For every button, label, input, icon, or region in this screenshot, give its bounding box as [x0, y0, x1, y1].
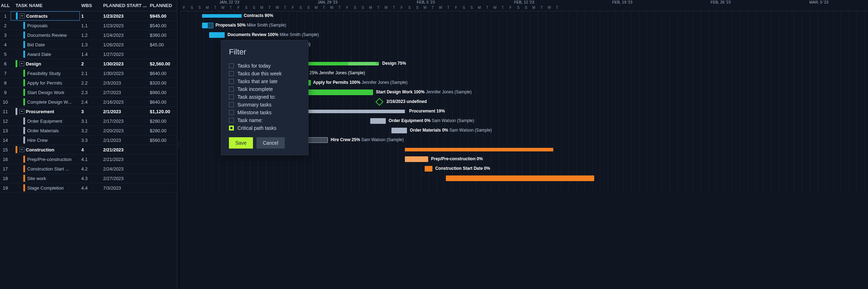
- header-planned[interactable]: PLANNED: [148, 3, 173, 8]
- checkbox[interactable]: [229, 87, 234, 92]
- header-all[interactable]: ALL: [0, 3, 11, 8]
- cell-task-name[interactable]: Feasibility Study: [11, 69, 80, 78]
- cell-start-date[interactable]: 2/27/2023: [102, 176, 148, 181]
- cell-start-date[interactable]: 1/26/2023: [102, 42, 148, 47]
- summary-bar[interactable]: [202, 14, 242, 18]
- cancel-button[interactable]: Cancel: [256, 137, 285, 149]
- task-bar[interactable]: [307, 89, 373, 95]
- cell-wbs[interactable]: 4.4: [80, 185, 102, 191]
- cell-cost[interactable]: $360.00: [148, 33, 173, 38]
- cell-start-date[interactable]: 2/24/2023: [102, 166, 148, 172]
- checkbox[interactable]: [229, 63, 234, 68]
- filter-option[interactable]: Task incomplete: [229, 86, 300, 92]
- cell-start-date[interactable]: 2/20/2023: [102, 128, 148, 133]
- cell-cost[interactable]: $2,560.00: [148, 61, 173, 67]
- table-row[interactable]: 13Order Materials3.22/20/2023$280.00: [0, 126, 177, 135]
- cell-task-name[interactable]: Hire Crew: [11, 135, 80, 145]
- cell-task-name[interactable]: Complete Design W...: [11, 97, 80, 106]
- cell-start-date[interactable]: 1/24/2023: [102, 33, 148, 38]
- cell-cost[interactable]: $1,120.00: [148, 109, 173, 114]
- table-row[interactable]: 11−Procurement32/1/2023$1,120.00: [0, 107, 177, 116]
- table-row[interactable]: 10Complete Design W...2.42/16/2023$640.0…: [0, 97, 177, 107]
- collapse-icon[interactable]: −: [19, 109, 24, 114]
- cell-cost[interactable]: $540.00: [148, 23, 173, 28]
- cell-start-date[interactable]: 1/23/2023: [102, 23, 148, 28]
- cell-task-name[interactable]: −Contracts: [11, 11, 80, 21]
- cell-wbs[interactable]: 2: [80, 61, 102, 67]
- cell-wbs[interactable]: 1.3: [80, 42, 102, 47]
- table-row[interactable]: 4Bid Date1.31/26/2023$45.00: [0, 40, 177, 50]
- table-row[interactable]: 7Feasibility Study2.11/30/2023$640.00: [0, 69, 177, 78]
- summary-bar[interactable]: [405, 148, 553, 151]
- cell-start-date[interactable]: 7/3/2023: [102, 185, 148, 191]
- milestone-marker[interactable]: [376, 98, 384, 106]
- cell-wbs[interactable]: 3.1: [80, 119, 102, 124]
- table-row[interactable]: 19Stage Completion4.47/3/2023: [0, 183, 177, 193]
- table-row[interactable]: 16Prep/Pre-construction4.12/21/2023: [0, 155, 177, 164]
- task-bar[interactable]: [202, 23, 213, 28]
- cell-task-name[interactable]: Prep/Pre-construction: [11, 155, 80, 164]
- cell-wbs[interactable]: 3: [80, 109, 102, 114]
- cell-wbs[interactable]: 1.1: [80, 23, 102, 28]
- filter-option[interactable]: Task assigned to:: [229, 94, 300, 100]
- cell-cost[interactable]: $560.00: [148, 138, 173, 143]
- filter-option[interactable]: Milestone tasks: [229, 110, 300, 115]
- table-row[interactable]: 6−Design21/30/2023$2,560.00: [0, 59, 177, 69]
- collapse-icon[interactable]: −: [19, 147, 24, 152]
- table-row[interactable]: 12Order Equipment3.12/17/2023$280.00: [0, 116, 177, 126]
- cell-cost[interactable]: $640.00: [148, 71, 173, 76]
- checkbox[interactable]: [229, 102, 234, 107]
- cell-start-date[interactable]: 2/21/2023: [102, 157, 148, 162]
- cell-task-name[interactable]: Proposals: [11, 21, 80, 30]
- table-row[interactable]: 14Hire Crew3.32/1/2023$560.00: [0, 135, 177, 145]
- table-row[interactable]: 5Award Date1.41/27/2023: [0, 50, 177, 59]
- filter-option[interactable]: Tasks that are late: [229, 79, 300, 84]
- cell-wbs[interactable]: 1.2: [80, 33, 102, 38]
- save-button[interactable]: Save: [229, 137, 253, 149]
- table-row[interactable]: 3Documents Review1.21/24/2023$360.00: [0, 30, 177, 40]
- cell-start-date[interactable]: 2/1/2023: [102, 109, 148, 114]
- task-bar[interactable]: [370, 118, 386, 124]
- task-bar[interactable]: [446, 175, 594, 181]
- cell-wbs[interactable]: 1.4: [80, 52, 102, 57]
- cell-start-date[interactable]: 1/27/2023: [102, 52, 148, 57]
- cell-task-name[interactable]: Construction Start ...: [11, 164, 80, 173]
- cell-task-name[interactable]: Site work: [11, 174, 80, 183]
- cell-wbs[interactable]: 3.3: [80, 138, 102, 143]
- cell-wbs[interactable]: 2.4: [80, 99, 102, 105]
- cell-cost[interactable]: $320.00: [148, 80, 173, 86]
- cell-cost[interactable]: $640.00: [148, 99, 173, 105]
- cell-wbs[interactable]: 4.3: [80, 176, 102, 181]
- cell-start-date[interactable]: 1/30/2023: [102, 71, 148, 76]
- table-row[interactable]: 15−Construction42/21/2023: [0, 145, 177, 155]
- cell-task-name[interactable]: −Construction: [11, 145, 80, 154]
- filter-option[interactable]: Tasks due this week: [229, 71, 300, 76]
- cell-task-name[interactable]: −Design: [11, 59, 80, 68]
- cell-start-date[interactable]: 1/23/2023: [102, 13, 148, 19]
- cell-wbs[interactable]: 4: [80, 147, 102, 152]
- cell-cost[interactable]: $280.00: [148, 128, 173, 133]
- cell-wbs[interactable]: 2.3: [80, 90, 102, 95]
- table-row[interactable]: 2Proposals1.11/23/2023$540.00: [0, 21, 177, 30]
- cell-start-date[interactable]: 2/21/2023: [102, 147, 148, 152]
- filter-option[interactable]: Critical path tasks: [229, 125, 300, 131]
- filter-option[interactable]: Tasks for today: [229, 63, 300, 69]
- cell-cost[interactable]: $45.00: [148, 42, 173, 47]
- header-planned-start[interactable]: PLANNED START ...: [102, 3, 148, 8]
- cell-start-date[interactable]: 2/3/2023: [102, 80, 148, 86]
- cell-start-date[interactable]: 2/7/2023: [102, 90, 148, 95]
- cell-task-name[interactable]: Bid Date: [11, 40, 80, 49]
- checkbox[interactable]: [229, 118, 234, 123]
- table-row[interactable]: 9Start Design Work2.32/7/2023$960.00: [0, 88, 177, 97]
- cell-wbs[interactable]: 4.1: [80, 157, 102, 162]
- cell-start-date[interactable]: 1/30/2023: [102, 61, 148, 67]
- cell-wbs[interactable]: 3.2: [80, 128, 102, 133]
- cell-task-name[interactable]: Documents Review: [11, 30, 80, 40]
- cell-wbs[interactable]: 2.2: [80, 80, 102, 86]
- splitter[interactable]: [177, 0, 180, 289]
- table-row[interactable]: 17Construction Start ...4.22/24/2023: [0, 164, 177, 174]
- checkbox[interactable]: [229, 79, 234, 84]
- cell-task-name[interactable]: Award Date: [11, 50, 80, 59]
- table-row[interactable]: 18Site work4.32/27/2023: [0, 174, 177, 183]
- cell-task-name[interactable]: Apply for Permits: [11, 78, 80, 87]
